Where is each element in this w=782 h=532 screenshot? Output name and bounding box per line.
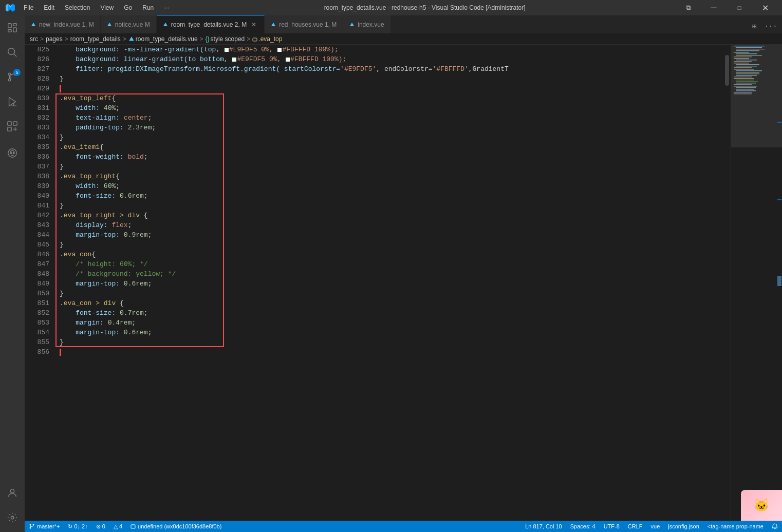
svg-rect-31 (734, 52, 749, 53)
menu-run[interactable]: Run (138, 3, 158, 12)
sync-label: ↻ 0↓ 2↑ (68, 523, 87, 530)
code-line-835: .eva_item1 { (55, 142, 723, 152)
title-bar-menu[interactable]: File Edit Selection View Go Run ··· (20, 3, 173, 12)
search-icon[interactable] (2, 42, 23, 63)
git-branch-status[interactable]: master*+ (25, 521, 64, 532)
line-ending-status[interactable]: CRLF (624, 521, 647, 532)
status-bar: master*+ ↻ 0↓ 2↑ ⊗ 0 △ 4 un (25, 521, 782, 532)
menu-edit[interactable]: Edit (40, 3, 59, 12)
svg-line-5 (14, 54, 17, 57)
svg-marker-21 (107, 23, 111, 26)
menu-go[interactable]: Go (120, 3, 136, 12)
breadcrumb-file[interactable]: room_type_details.vue (128, 35, 198, 43)
more-actions-button[interactable]: ··· (764, 19, 778, 33)
svg-rect-40 (736, 66, 757, 67)
svg-rect-0 (8, 24, 11, 28)
breadcrumb-src[interactable]: src (30, 35, 38, 43)
menu-selection[interactable]: Selection (61, 3, 94, 12)
spaces-status[interactable]: Spaces: 4 (566, 521, 600, 532)
menu-file[interactable]: File (20, 3, 38, 12)
code-line-850: } (55, 289, 723, 298)
tab-label: index.vue (358, 21, 384, 28)
explorer-icon[interactable] (2, 17, 23, 38)
cat-decoration: 🐱 (741, 490, 782, 521)
main-layout: 5 (0, 15, 782, 532)
color-swatch-826-2 (286, 58, 290, 62)
cursor-position[interactable]: Ln 817, Col 10 (521, 521, 566, 532)
tab-actions: ⊞ ··· (747, 19, 782, 33)
minimize-button[interactable]: ─ (702, 0, 725, 15)
tab-notice[interactable]: notice.vue M (101, 15, 157, 33)
line-num-841: 841 (25, 201, 49, 211)
code-line-829 (55, 84, 723, 93)
warnings-status[interactable]: △ 4 (109, 521, 126, 532)
encoding-status[interactable]: UTF-8 (600, 521, 624, 532)
layout-button[interactable]: ⧉ (676, 0, 700, 15)
errors-label: ⊗ 0 (96, 523, 105, 530)
line-num-856: 856 (25, 347, 49, 357)
svg-marker-23 (271, 23, 275, 26)
tab-label: new_index.vue 1, M (39, 21, 94, 28)
breadcrumb-room-type-details-folder[interactable]: room_type_details (70, 35, 121, 43)
tab-close-button[interactable]: ✕ (250, 21, 258, 29)
errors-status[interactable]: ⊗ 0 (92, 521, 109, 532)
code-line-827: filter: progid:DXImageTransform.Microsof… (55, 64, 723, 74)
close-button[interactable]: ✕ (753, 0, 777, 15)
svg-rect-32 (736, 53, 757, 54)
tab-index[interactable]: index.vue (343, 15, 390, 33)
line-num-855: 855 (25, 337, 49, 347)
source-control-badge: 5 (13, 69, 21, 76)
breadcrumb: src > pages > room_type_details > room_t… (25, 33, 782, 45)
breadcrumb-selector[interactable]: .eva_top (252, 35, 282, 43)
code-line-828: } (55, 74, 723, 84)
notifications-status[interactable] (768, 521, 782, 532)
menu-view[interactable]: View (96, 3, 118, 12)
vscode-logo-icon (5, 3, 15, 13)
title-bar-controls[interactable]: ⧉ ─ □ ✕ (676, 0, 777, 15)
code-line-854: margin-top: 0.6rem ; (55, 328, 723, 337)
account-icon[interactable] (2, 483, 23, 503)
tab-new-index[interactable]: new_index.vue 1, M (25, 15, 101, 33)
svg-rect-28 (736, 47, 762, 48)
split-editor-button[interactable]: ⊞ (747, 19, 761, 33)
maximize-button[interactable]: □ (728, 0, 751, 15)
vertical-scrollbar[interactable] (723, 45, 731, 521)
svg-point-6 (8, 79, 11, 81)
scrollbar-thumb[interactable] (725, 55, 729, 86)
line-num-846: 846 (25, 250, 49, 259)
run-debug-icon[interactable] (2, 91, 23, 112)
svg-rect-65 (131, 525, 135, 528)
language-status[interactable]: vue (647, 521, 664, 532)
svg-marker-24 (350, 23, 354, 26)
source-control-icon[interactable]: 5 (2, 67, 23, 87)
svg-point-7 (8, 73, 11, 75)
selector-icon (252, 36, 257, 42)
schema-status[interactable]: jsconfig.json (664, 521, 703, 532)
line-num-827: 827 (25, 64, 49, 74)
svg-rect-44 (736, 72, 759, 73)
breadcrumb-pages[interactable]: pages (46, 35, 63, 43)
sync-status[interactable]: ↻ 0↓ 2↑ (64, 521, 91, 532)
svg-rect-35 (734, 58, 749, 59)
svg-rect-47 (734, 77, 752, 78)
breadcrumb-style[interactable]: {}style scoped (206, 35, 245, 43)
code-area[interactable]: background: -ms-linear-gradient(top, #E9… (55, 45, 723, 521)
line-num-836: 836 (25, 152, 49, 162)
svg-rect-57 (734, 92, 752, 93)
svg-rect-33 (736, 55, 762, 56)
vue-icon (31, 22, 36, 27)
undefined-status[interactable]: undefined (wx0dc100f36d8e8f0b) (126, 521, 226, 532)
code-line-839: width: 60% ; (55, 181, 723, 191)
copilot-icon[interactable] (2, 143, 23, 163)
tab-red-houses[interactable]: red_houses.vue 1, M (265, 15, 343, 33)
svg-point-63 (30, 527, 31, 529)
line-num-844: 844 (25, 230, 49, 240)
git-branch-icon (29, 523, 35, 529)
settings-icon[interactable] (2, 507, 23, 528)
svg-rect-26 (253, 38, 257, 41)
tab-room-type-details[interactable]: room_type_details.vue 2, M ✕ (157, 15, 265, 33)
menu-more[interactable]: ··· (160, 3, 173, 12)
extensions-icon[interactable] (2, 116, 23, 137)
prop-name-status[interactable]: <tag-name prop-name (703, 521, 768, 532)
code-line-825: background: -ms-linear-gradient(top, #E9… (55, 45, 723, 54)
